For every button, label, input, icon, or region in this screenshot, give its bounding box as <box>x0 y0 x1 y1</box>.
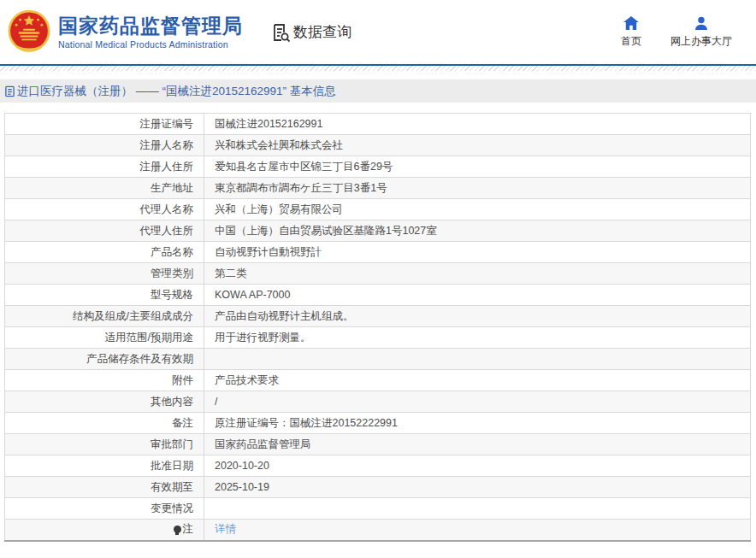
table-row: 备注原注册证编号：国械注进20152222991 <box>5 413 751 434</box>
row-value: 2025-10-19 <box>204 477 751 498</box>
row-value: 自动视野计自動視野計 <box>204 242 751 263</box>
row-label: 注册人名称 <box>5 135 204 156</box>
row-label: 代理人名称 <box>5 199 204 220</box>
row-value: 国械注进20152162991 <box>204 114 751 135</box>
nav-home-label: 首页 <box>621 34 641 49</box>
breadcrumb-text: 进口医疗器械（注册） —— “国械注进20152162991” 基本信息 <box>17 84 336 99</box>
row-label: 产品名称 <box>5 242 204 263</box>
table-row: 批准日期2020-10-20 <box>5 455 751 477</box>
row-label: 生产地址 <box>5 178 204 199</box>
site-title-cn: 国家药品监督管理局 <box>58 15 243 37</box>
row-value: 第二类 <box>204 263 751 285</box>
info-table-body: 注册证编号国械注进20152162991注册人名称兴和株式会社興和株式会社注册人… <box>5 114 751 541</box>
table-row: 产品名称自动视野计自動視野計 <box>5 242 751 263</box>
table-row: 注册证编号国械注进20152162991 <box>5 114 751 135</box>
table-row: 注册人住所爱知县名古屋市中区锦三丁目6番29号 <box>5 156 751 178</box>
home-icon <box>623 16 639 30</box>
row-label: 备注 <box>5 413 204 434</box>
row-value: 详情 <box>204 520 751 541</box>
nav-data-query[interactable]: 数据查询 <box>270 22 351 43</box>
registration-info-table: 注册证编号国械注进20152162991注册人名称兴和株式会社興和株式会社注册人… <box>4 113 751 542</box>
row-value: KOWA AP-7000 <box>204 285 751 306</box>
site-title-block: 国家药品监督管理局 National Medical Products Admi… <box>58 15 243 49</box>
site-header: 国家药品监督管理局 National Medical Products Admi… <box>0 0 756 64</box>
row-label: 结构及组成/主要组成成分 <box>5 306 204 327</box>
row-value: 東京都調布市調布ケ丘三丁目3番1号 <box>204 178 751 199</box>
table-row: 结构及组成/主要组成成分产品由自动视野计主机组成。 <box>5 306 751 327</box>
row-value: 兴和株式会社興和株式会社 <box>204 135 751 156</box>
row-label: 批准日期 <box>5 455 204 477</box>
row-value <box>204 498 751 520</box>
table-row: 其他内容/ <box>5 391 751 413</box>
row-value: / <box>204 391 751 413</box>
table-row: 产品储存条件及有效期 <box>5 349 751 370</box>
row-label: 型号规格 <box>5 285 204 306</box>
row-label: 其他内容 <box>5 391 204 413</box>
nav-data-query-label: 数据查询 <box>293 22 351 42</box>
row-label: 注 <box>5 520 204 541</box>
table-row: 附件产品技术要求 <box>5 370 751 391</box>
row-value: 原注册证编号：国械注进20152222991 <box>204 413 751 434</box>
row-label: 产品储存条件及有效期 <box>5 349 204 370</box>
row-value: 用于进行视野测量。 <box>204 327 751 349</box>
bulb-icon <box>174 526 181 533</box>
table-row: 有效期至2025-10-19 <box>5 477 751 498</box>
row-label: 附件 <box>5 370 204 391</box>
table-row: 审批部门国家药品监督管理局 <box>5 434 751 455</box>
table-row: 管理类别第二类 <box>5 263 751 285</box>
row-value: 爱知县名古屋市中区锦三丁目6番29号 <box>204 156 751 178</box>
document-search-icon <box>270 22 291 43</box>
site-logo: 国家药品监督管理局 National Medical Products Admi… <box>5 8 243 57</box>
registration-info-table-wrap: 注册证编号国械注进20152162991注册人名称兴和株式会社興和株式会社注册人… <box>4 113 751 542</box>
row-label: 注册人住所 <box>5 156 204 178</box>
row-value: 兴和（上海）贸易有限公司 <box>204 199 751 220</box>
table-row: 适用范围/预期用途用于进行视野测量。 <box>5 327 751 349</box>
table-row: 生产地址東京都調布市調布ケ丘三丁目3番1号 <box>5 178 751 199</box>
site-title-en: National Medical Products Administration <box>58 39 243 50</box>
row-value: 国家药品监督管理局 <box>204 434 751 455</box>
detail-link[interactable]: 详情 <box>215 523 236 535</box>
nav-service-hall-label: 网上办事大厅 <box>670 34 732 49</box>
table-row: 代理人名称兴和（上海）贸易有限公司 <box>5 199 751 220</box>
hatch-texture <box>0 66 756 71</box>
row-label: 注册证编号 <box>5 114 204 135</box>
breadcrumb: 进口医疗器械（注册） —— “国械注进20152162991” 基本信息 <box>0 79 756 103</box>
table-row: 注详情 <box>5 520 751 541</box>
table-row: 变更情况 <box>5 498 751 520</box>
row-value: 2020-10-20 <box>204 455 751 477</box>
page-icon <box>4 85 15 97</box>
table-row: 型号规格KOWA AP-7000 <box>5 285 751 306</box>
row-label: 适用范围/预期用途 <box>5 327 204 349</box>
row-label: 有效期至 <box>5 477 204 498</box>
row-value: 产品技术要求 <box>204 370 751 391</box>
nav-home[interactable]: 首页 <box>621 16 641 49</box>
row-value: 中国（上海）自由贸易试验区基隆路1号1027室 <box>204 220 751 242</box>
table-row: 注册人名称兴和株式会社興和株式会社 <box>5 135 751 156</box>
row-label: 管理类别 <box>5 263 204 285</box>
table-row: 代理人住所中国（上海）自由贸易试验区基隆路1号1027室 <box>5 220 751 242</box>
row-value: 产品由自动视野计主机组成。 <box>204 306 751 327</box>
row-value <box>204 349 751 370</box>
person-icon <box>694 16 709 30</box>
row-label: 审批部门 <box>5 434 204 455</box>
national-emblem-icon <box>5 8 53 57</box>
row-label: 变更情况 <box>5 498 204 520</box>
header-right-nav: 首页 网上办事大厅 <box>621 16 732 49</box>
row-label: 代理人住所 <box>5 220 204 242</box>
nav-service-hall[interactable]: 网上办事大厅 <box>670 16 732 49</box>
